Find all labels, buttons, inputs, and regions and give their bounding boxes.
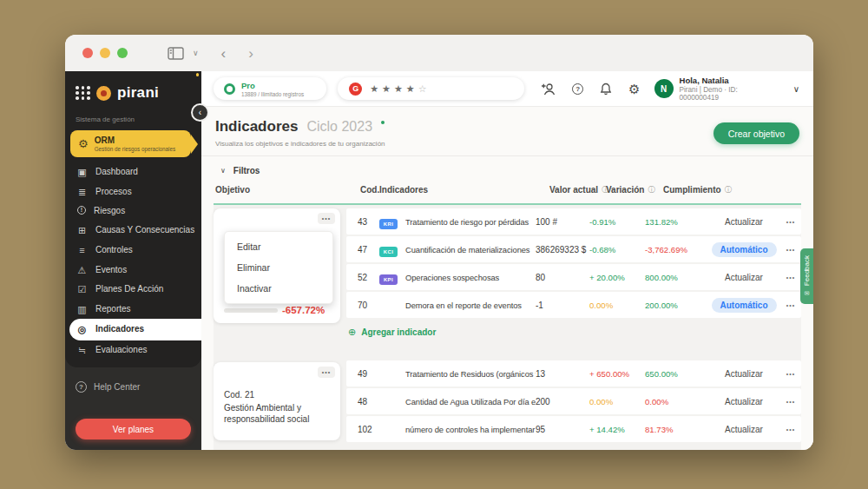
help-circle-icon[interactable]: ?	[572, 83, 583, 95]
sidebar-item-indicadores[interactable]: ◎ Indicadores	[69, 319, 201, 340]
user-info: Hola, Natalia Pirani | Demo · ID: 000000…	[680, 76, 778, 102]
star-filled-icon[interactable]: ★	[382, 83, 391, 95]
star-filled-icon[interactable]: ★	[406, 83, 416, 95]
star-filled-icon[interactable]: ★	[370, 83, 379, 95]
actualizar-button[interactable]: Actualizar	[725, 425, 763, 434]
menu-item-inactivar[interactable]: Inactivar	[225, 278, 332, 299]
settings-gear-icon[interactable]: ⚙	[628, 83, 640, 96]
sidebar-item-controles[interactable]: ≡ Controles	[65, 241, 201, 261]
plan-icon	[224, 83, 235, 95]
menu-item-eliminar[interactable]: Eliminar	[225, 257, 332, 278]
row-action-cell: Actualizar	[707, 273, 780, 282]
actualizar-button[interactable]: Actualizar	[725, 273, 763, 282]
plan-usage: 13889 / Ilimitado registros	[241, 91, 304, 97]
notifications-bell-icon[interactable]	[600, 83, 612, 96]
help-center-link[interactable]: ? Help Center	[76, 381, 191, 393]
page-title: Indicadores	[215, 118, 298, 135]
plan-badge[interactable]: Pro 13889 / Ilimitado registros	[214, 77, 326, 100]
sidebar-item-riesgos[interactable]: ! Riesgos	[65, 202, 201, 221]
row-valor-actual: 13	[536, 369, 589, 379]
help-icon: ?	[76, 381, 87, 393]
table-row: 52 KPI Operaciones sospechosas 80 + 20.0…	[346, 264, 801, 290]
indicators-table: Objetivo Cod. Indicadores Valor actualⓘ …	[201, 182, 813, 450]
row-cumplimiento: -3,762.69%	[645, 245, 707, 254]
toolbar-chevron-down-icon[interactable]: ∨	[193, 49, 199, 57]
user-menu-chevron-icon[interactable]: ∨	[793, 84, 799, 94]
sidebar-item-evaluaciones[interactable]: ≒ Evaluaciones	[65, 340, 201, 360]
sidebar-item-eventos[interactable]: ⚠ Eventos	[65, 261, 201, 281]
sidebar-nav: ▣ Dashboard ≣ Procesos ! Riesgos ⊞ Causa…	[65, 162, 201, 360]
automatico-badge[interactable]: Automático	[712, 242, 777, 257]
module-selector-orm[interactable]: ⚙ ORM Gestión de riesgos operacionales	[70, 130, 191, 157]
row-more-button[interactable]: •••	[780, 426, 801, 433]
apps-grid-icon[interactable]	[76, 86, 90, 100]
info-icon[interactable]: ⓘ	[725, 185, 732, 195]
row-cod: 102	[346, 425, 379, 434]
zoom-window-button[interactable]	[117, 48, 128, 58]
user-avatar[interactable]: N	[654, 79, 674, 98]
crear-objetivo-button[interactable]: Crear objetivo	[713, 122, 799, 144]
row-variacion: + 650.00%	[589, 369, 645, 379]
menu-item-editar[interactable]: Editar	[225, 236, 332, 257]
kpi-badge: KPI	[379, 274, 398, 285]
row-variacion: + 20.00%	[589, 273, 645, 282]
objective-group-2: ••• Cod. 21 Gestión Ambiental y responsa…	[214, 360, 801, 444]
actualizar-button[interactable]: Actualizar	[725, 369, 763, 379]
row-action-cell: Actualizar	[707, 369, 780, 379]
row-indicator-name: Demora en el reporte de eventos	[405, 301, 536, 310]
add-user-icon[interactable]	[541, 83, 556, 96]
row-cumplimiento: 131.82%	[645, 217, 707, 227]
table-body: ••• EditarEliminarInactivar Cumplimiento…	[214, 205, 801, 450]
row-cumplimiento: 800.00%	[645, 273, 707, 282]
forward-button[interactable]: ›	[248, 46, 253, 61]
row-more-button[interactable]: •••	[780, 219, 801, 225]
col-cod: Cod.	[360, 185, 379, 195]
indicator-rows: 49 Tratamiento de Residuos (orgánicos y …	[346, 360, 801, 442]
actualizar-button[interactable]: Actualizar	[725, 217, 763, 227]
row-more-button[interactable]: •••	[780, 247, 801, 253]
eventos-icon: ⚠	[76, 265, 88, 276]
row-indicator-name: Cantidad de Agua Utilizada Por día en Li…	[405, 397, 536, 406]
feedback-tab[interactable]: ✉ Feedback	[800, 248, 813, 304]
row-more-button[interactable]: •••	[780, 399, 801, 405]
info-icon[interactable]: ⓘ	[648, 185, 654, 195]
browser-sidebar-toggle-icon[interactable]	[168, 47, 184, 60]
envelope-icon: ✉	[804, 290, 811, 297]
row-cumplimiento: 81.73%	[645, 425, 707, 434]
table-row: 48 Cantidad de Agua Utilizada Por día en…	[346, 388, 801, 414]
module-description: Gestión de riesgos operacionales	[95, 146, 175, 152]
collapse-sidebar-button[interactable]: ‹	[191, 103, 209, 122]
sidebar-item-planes-de-acci-n[interactable]: ☑ Planes De Acción	[65, 280, 201, 300]
row-more-button[interactable]: •••	[780, 302, 801, 308]
close-window-button[interactable]	[82, 48, 93, 58]
sidebar-item-reportes[interactable]: ▥ Reportes	[65, 300, 201, 320]
evaluaciones-icon: ≒	[76, 345, 88, 356]
objective-menu-button[interactable]: •••	[318, 213, 335, 224]
minimize-window-button[interactable]	[100, 48, 110, 58]
objective-card-1: ••• EditarEliminarInactivar Cumplimiento…	[214, 208, 340, 323]
star-rating: ★★★★☆	[370, 83, 427, 95]
sidebar-item-causas-y-consecuencias[interactable]: ⊞ Causas Y Consecuencias	[65, 221, 201, 241]
rating-widget[interactable]: G ★★★★☆	[338, 77, 524, 100]
cumplimiento-value: -657.72%	[282, 305, 325, 315]
agregar-indicador-button[interactable]: ⊕ Agregar indicador	[346, 320, 801, 348]
ver-planes-button[interactable]: Ver planes	[76, 419, 191, 439]
objective-menu-button[interactable]: •••	[318, 367, 335, 378]
row-badge-cell: KPI	[379, 269, 405, 285]
row-more-button[interactable]: •••	[780, 371, 801, 377]
star-empty-icon[interactable]: ☆	[418, 83, 428, 95]
indicadores-icon: ◎	[76, 324, 88, 335]
star-filled-icon[interactable]: ★	[394, 83, 404, 95]
row-indicator-name: Operaciones sospechosas	[405, 273, 536, 282]
sidebar-item-procesos[interactable]: ≣ Procesos	[65, 182, 201, 202]
sidebar-item-dashboard[interactable]: ▣ Dashboard	[65, 162, 201, 182]
row-indicator-name: Tratamiento de Residuos (orgánicos y des…	[405, 369, 536, 379]
automatico-badge[interactable]: Automático	[712, 298, 777, 313]
row-more-button[interactable]: •••	[780, 274, 801, 281]
objective-cod: Cod. 21	[224, 390, 330, 400]
page-subtitle: Visualiza los objetivos e indicadores de…	[215, 140, 385, 148]
filters-toggle[interactable]: ∨ Filtros	[201, 156, 813, 182]
back-button[interactable]: ‹	[221, 46, 227, 61]
actualizar-button[interactable]: Actualizar	[725, 397, 763, 406]
brand-dot	[196, 73, 200, 76]
